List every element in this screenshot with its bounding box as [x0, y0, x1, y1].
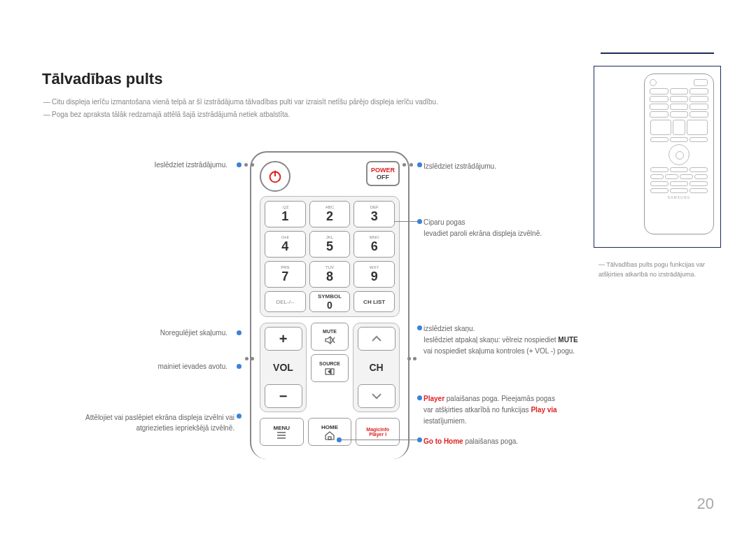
volume-control: + VOL −: [260, 323, 307, 412]
callout-volume: Noregulējiet skaļumu.: [49, 329, 227, 337]
callout-power-off: Izslēdziet izstrādājumu.: [424, 161, 606, 172]
callout-source: mainiet ievades avotu.: [49, 363, 227, 370]
page-number: 20: [697, 495, 714, 513]
callout-mute: izslēdziet skaņu. Ieslēdziet atpakaļ ska…: [424, 323, 634, 357]
mute-button: MUTE: [311, 323, 349, 351]
menu-button: MENU: [260, 418, 304, 446]
magicinfo-button: MagicInfo Player I: [356, 418, 400, 446]
callout-home: Go to Home palaišanas poga.: [424, 436, 620, 447]
keypad: .QZ1 ABC2 DEF3 GHI4 JKL5 MNO6 PRS7 TUV8 …: [260, 196, 400, 317]
remote-diagram: POWEROFF .QZ1 ABC2 DEF3 GHI4 JKL5 MNO6 P…: [250, 151, 410, 459]
power-on-button: [260, 161, 290, 192]
mini-remote: SAMSUNG: [644, 73, 714, 234]
callout-magicinfo: Player palaišanas poga. Pieejamās pogas …: [424, 393, 634, 427]
channel-control: CH: [353, 323, 400, 412]
power-off-button: POWEROFF: [366, 161, 400, 186]
home-button: HOME: [308, 418, 352, 446]
svg-rect-8: [328, 437, 331, 440]
source-button: SOURCE: [311, 354, 349, 382]
callout-power-on: Ieslēdziet izstrādājumu.: [49, 161, 227, 169]
side-note: ― Tālvadības pults pogu funkcijas var at…: [598, 260, 714, 279]
page-title: Tālvadības pults: [42, 70, 162, 88]
header-notes: ―Citu displeja ierīču izmantošana vienā …: [42, 96, 438, 121]
callout-menu: Attēlojiet vai paslēpiet ekrāna displeja…: [28, 412, 234, 433]
callout-numbers: Ciparu pogasIevadiet paroli ekrāna displ…: [424, 217, 620, 239]
